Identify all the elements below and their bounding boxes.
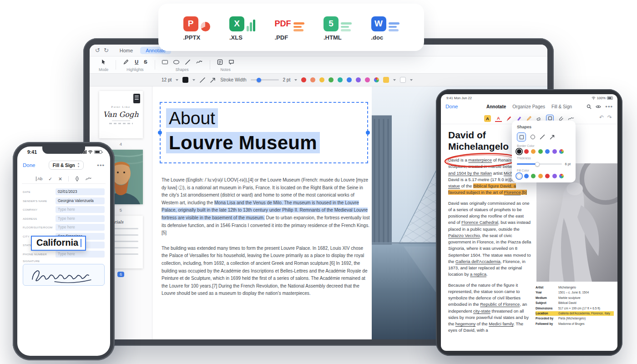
pen-tool-icon[interactable] [506,116,512,121]
border-color-black-selected[interactable] [517,149,521,154]
company-field[interactable]: Type here [56,206,105,213]
border-color-blue[interactable] [545,149,550,154]
cursor-icon[interactable] [101,59,106,65]
arrow-style-icon[interactable] [210,77,216,83]
mode-selector[interactable]: Fill & Sign ▲▼ [49,161,84,170]
ipad-tab-annotate[interactable]: Annotate [486,104,506,109]
iphone-done-button[interactable]: Done [23,162,35,168]
palette-color-purple[interactable] [356,77,361,82]
ink-color-chevron-icon[interactable] [192,79,195,81]
line-tool-icon[interactable] [185,59,191,65]
california-text-annotation[interactable]: California [31,236,86,251]
title-selection-box[interactable]: About Louvre Museum [160,102,368,163]
ipad-status-time: 9:41 Mon Jun 22 [446,96,472,100]
selection-handle-left[interactable] [158,131,162,135]
comment-icon[interactable] [228,59,234,65]
signature-scribble-tool-icon[interactable] [86,177,91,181]
eye-icon[interactable] [596,105,601,109]
sender-name-field[interactable]: Georgina Valenzuela [56,197,105,204]
rectangle-tool-icon[interactable] [162,60,168,64]
page-number-5: 5 [120,207,122,212]
selection-handle-right[interactable] [366,131,370,135]
custom-color-wheel-icon[interactable] [374,77,379,82]
stroke-width-chevron-icon[interactable] [294,79,297,81]
ipad-tab-fill-sign[interactable]: Fill & Sign [551,104,572,109]
freehand-tool-icon[interactable] [196,59,202,65]
ipad-tab-organize-pages[interactable]: Organize Pages [512,104,545,109]
fill-color-swatch[interactable] [400,77,406,83]
border-color-purple[interactable] [552,149,557,154]
palette-color-magenta[interactable] [365,77,370,82]
phone-number-field[interactable]: Type here [56,251,105,258]
fill-color-chevron-icon[interactable] [410,79,413,81]
note-icon[interactable] [217,59,223,65]
text-field-tool-icon[interactable]: Ab [36,177,42,181]
highlighter-icon[interactable] [123,59,129,65]
ipad-nav-bar: Done Annotate Organize Pages Fill & Sign… [441,101,617,112]
font-size-chevron-icon[interactable] [176,79,178,81]
redo-icon[interactable]: ↻ [104,47,109,53]
shapes-group: Shapes [155,56,210,73]
palette-color-blue[interactable] [347,77,352,82]
iphone-more-icon[interactable]: ••• [97,162,105,169]
border-color-red[interactable] [524,149,529,154]
fill-color-green[interactable] [531,174,536,178]
font-size-value[interactable]: 12 pt [162,77,172,82]
date-field[interactable]: 02/01/2023 [56,188,105,195]
signature-tool-icon[interactable] [568,116,574,121]
stroke-width-value[interactable]: 2 pt [283,77,291,82]
ink-color-swatch[interactable] [182,77,188,83]
highlight-color-swatch[interactable] [383,77,389,83]
ipad-done-button[interactable]: Done [445,104,458,109]
floor-suite-room-field[interactable]: Type here [56,224,105,231]
arrow-shape-option[interactable] [550,134,555,140]
thickness-slider[interactable] [517,163,562,165]
meta-row: Preceded byPietà (Michelangelo) [536,316,614,321]
palette-color-red[interactable] [301,77,306,82]
ellipse-tool-icon[interactable] [173,60,179,64]
border-color-green[interactable] [538,149,543,154]
stroke-width-slider[interactable] [251,79,279,81]
underline-tool-icon[interactable]: U [135,59,138,65]
fill-color-wheel-icon[interactable] [559,174,564,178]
tab-home[interactable]: Home [120,48,133,53]
undo-icon[interactable]: ↺ [95,47,100,53]
pie-chart-icon [201,22,210,31]
line-shape-option[interactable] [540,134,545,140]
page-thumbnail-cover[interactable]: Paint Like Van Gogh [99,91,143,138]
strikethrough-tool-icon[interactable]: S [144,59,147,65]
search-icon[interactable] [586,104,592,109]
page-number-4: 4 [120,142,122,147]
pen-nib-tool-icon[interactable] [75,176,80,182]
mode-group[interactable]: Mode [91,56,116,73]
text-color-tool-icon[interactable]: A [495,115,502,122]
palette-color-yellow[interactable] [319,77,324,82]
border-color-orange[interactable] [531,149,536,154]
palette-color-coral[interactable] [310,77,315,82]
highlight-text-tool-icon[interactable]: A [484,115,491,122]
stroke-width-label: Stroke Width [220,77,246,82]
ipad-redo-icon[interactable]: ↷ [607,115,612,120]
address-field[interactable]: Type here [56,215,105,222]
ipad-undo-icon[interactable]: ↶ [599,115,604,120]
fill-color-orange[interactable] [538,174,543,178]
cross-tool-icon[interactable]: ✕ [58,176,62,182]
format-pptx: P .PPTX [183,14,210,41]
pdf-lines-icon [293,22,304,31]
circle-shape-option[interactable] [531,135,535,139]
border-color-wheel-icon[interactable] [559,149,564,154]
line-style-icon[interactable] [199,77,206,83]
checkmark-tool-icon[interactable]: ✓ [48,176,52,182]
fill-color-red[interactable] [545,174,550,178]
thickness-slider-knob[interactable] [535,162,540,167]
palette-color-teal[interactable] [338,77,343,82]
highlight-color-chevron-icon[interactable] [393,79,396,81]
ipad-more-icon[interactable]: ••• [605,103,613,110]
palette-color-green[interactable] [329,77,334,82]
fill-color-purple[interactable] [552,174,557,178]
stroke-width-slider-knob[interactable] [257,78,261,82]
fill-color-none-selected[interactable] [517,174,521,178]
square-shape-option-selected[interactable] [517,132,526,142]
fill-color-blue[interactable] [524,174,529,178]
signature-box[interactable] [23,264,105,286]
